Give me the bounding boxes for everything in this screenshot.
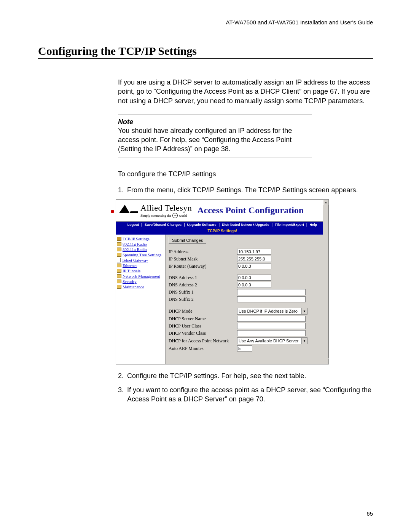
step-number: 2. <box>118 371 127 380</box>
config-title: Access Point Configuration <box>197 205 304 216</box>
dhcp-vendor-class-label: DHCP Vendor Class <box>169 331 237 336</box>
nav-label: Security <box>123 279 137 284</box>
note-box: Note You should have already configured … <box>118 115 312 158</box>
nav-80211g-radio[interactable]: 802.11g Radio <box>117 241 164 247</box>
menu-help[interactable]: Help <box>309 223 318 227</box>
note-label: Note <box>118 118 312 126</box>
nav-label: Network Management <box>123 274 160 278</box>
nav-security[interactable]: Security <box>117 279 164 284</box>
nav-ethernet[interactable]: Ethernet <box>117 263 164 268</box>
folder-icon <box>117 253 121 257</box>
step-text: Configure the TCP/IP settings. For help,… <box>127 371 373 380</box>
dhcp-server-name-input[interactable] <box>237 316 306 322</box>
nav-label: Ethernet <box>123 263 137 268</box>
folder-icon <box>117 280 121 283</box>
dns2-input[interactable] <box>237 282 271 288</box>
chevron-down-icon: ▼ <box>301 308 307 314</box>
dns-suffix1-input[interactable] <box>237 289 306 295</box>
dhcp-ap-network-select[interactable]: Use Any Available DHCP Server▼ <box>237 337 307 344</box>
dhcp-user-class-label: DHCP User Class <box>169 323 237 329</box>
ip-address-input[interactable] <box>237 249 271 255</box>
step-3: 3. If you want to configure the access p… <box>118 385 373 404</box>
menu-distributed-upgrade[interactable]: Distributed Network Upgrade <box>221 223 270 227</box>
ip-circle-icon: IP <box>172 213 178 218</box>
dhcp-user-class-input[interactable] <box>237 323 306 329</box>
nav-label: 802.11g Radio <box>123 242 147 246</box>
auto-arp-input[interactable] <box>237 345 252 351</box>
note-body: You should have already configured an IP… <box>118 126 312 154</box>
dns-suffix1-label: DNS Suffix 1 <box>169 289 237 295</box>
menu-logout[interactable]: Logout <box>127 223 140 227</box>
folder-icon <box>117 242 121 246</box>
menu-save-discard[interactable]: Save/Discard Changes <box>144 223 182 227</box>
brand-name: Allied Telesyn <box>140 203 192 213</box>
dhcp-ap-network-label: DHCP for Access Point Network <box>169 338 237 344</box>
folder-icon <box>117 264 121 267</box>
scroll-up-icon[interactable]: ▲ <box>323 200 329 205</box>
tcpip-screenshot: ▲ ▼ Allied Telesyn Simply connecting the… <box>116 199 329 364</box>
step-2: 2. Configure the TCP/IP settings. For he… <box>118 371 373 380</box>
doc-header: AT-WA7500 and AT-WA7501 Installation and… <box>38 19 373 26</box>
folder-icon <box>117 285 121 289</box>
to-configure-line: To configure the TCP/IP settings <box>118 169 373 179</box>
nav-label: Maintenance <box>123 284 144 289</box>
nav-80211a-radio[interactable]: 802.11a Radio <box>117 247 164 252</box>
submit-changes-button[interactable]: Submit Changes <box>169 237 206 244</box>
nav-label: IP Tunnels <box>123 268 140 273</box>
step-text: From the menu, click TCP/IP Settings. Th… <box>127 185 373 195</box>
nav-label: 802.11a Radio <box>123 247 147 252</box>
logo-dot-icon <box>111 210 114 213</box>
folder-open-icon <box>117 237 121 241</box>
brand-logo: Allied Telesyn Simply connecting the IP … <box>119 203 192 218</box>
logo-mark-icon <box>119 204 138 213</box>
side-nav: TCP/IP Settings 802.11g Radio 802.11a Ra… <box>116 235 166 364</box>
form-panel: Submit Changes IP Address IP Subnet Mask… <box>166 235 328 364</box>
ip-router-input[interactable] <box>237 263 271 269</box>
step-number: 3. <box>118 385 127 404</box>
document-icon <box>117 258 121 262</box>
menu-file-import-export[interactable]: File Import/Export <box>274 223 305 227</box>
breadcrumb: TCP/IP Settings/ <box>116 228 328 235</box>
dns2-label: DNS Address 2 <box>169 282 237 288</box>
nav-label: TCP/IP Settings <box>123 236 150 241</box>
menu-upgrade-software[interactable]: Upgrade Software <box>186 223 217 227</box>
folder-icon <box>117 274 121 278</box>
subnet-mask-input[interactable] <box>237 256 271 262</box>
screenshot-header: Allied Telesyn Simply connecting the IP … <box>116 200 328 222</box>
tagline-post: world <box>179 214 187 217</box>
select-value: Use DHCP if IP Address is Zero <box>239 309 298 313</box>
dhcp-vendor-class-input[interactable] <box>237 330 306 336</box>
top-menu-bar: Logout| Save/Discard Changes| Upgrade So… <box>116 222 328 235</box>
dhcp-mode-select[interactable]: Use DHCP if IP Address is Zero▼ <box>237 308 307 315</box>
nav-maintenance[interactable]: Maintenance <box>117 284 164 289</box>
folder-icon <box>117 248 121 251</box>
nav-tcpip-settings[interactable]: TCP/IP Settings <box>117 236 164 241</box>
dns1-input[interactable] <box>237 275 271 281</box>
step-1: 1. From the menu, click TCP/IP Settings.… <box>118 185 373 195</box>
page-number: 65 <box>366 510 373 517</box>
tagline-pre: Simply connecting the <box>140 214 171 217</box>
nav-label: Telnet Gateway <box>122 258 148 262</box>
dhcp-server-name-label: DHCP Server Name <box>169 316 237 322</box>
dns-suffix2-label: DNS Suffix 2 <box>169 297 237 302</box>
dns1-label: DNS Address 1 <box>169 275 237 281</box>
ip-address-label: IP Address <box>169 249 237 255</box>
folder-icon <box>117 269 121 273</box>
chevron-down-icon: ▼ <box>301 338 307 344</box>
step-text: If you want to configure the access poin… <box>127 385 373 404</box>
subnet-mask-label: IP Subnet Mask <box>169 256 237 262</box>
intro-paragraph: If you are using a DHCP server to automa… <box>118 78 373 105</box>
section-title: Configuring the TCP/IP Settings <box>38 45 373 59</box>
nav-network-management[interactable]: Network Management <box>117 273 164 279</box>
nav-telnet-gateway[interactable]: Telnet Gateway <box>117 257 164 263</box>
ip-router-label: IP Router (Gateway) <box>169 264 237 269</box>
dhcp-mode-label: DHCP Mode <box>169 308 237 314</box>
nav-spanning-tree[interactable]: Spanning Tree Settings <box>117 252 164 257</box>
brand-tagline: Simply connecting the IP world <box>140 213 192 218</box>
auto-arp-label: Auto ARP Minutes <box>169 346 237 351</box>
nav-label: Spanning Tree Settings <box>123 252 161 257</box>
step-number: 1. <box>118 185 127 195</box>
nav-ip-tunnels[interactable]: IP Tunnels <box>117 268 164 273</box>
select-value: Use Any Available DHCP Server <box>239 339 298 343</box>
dns-suffix2-input[interactable] <box>237 296 306 302</box>
